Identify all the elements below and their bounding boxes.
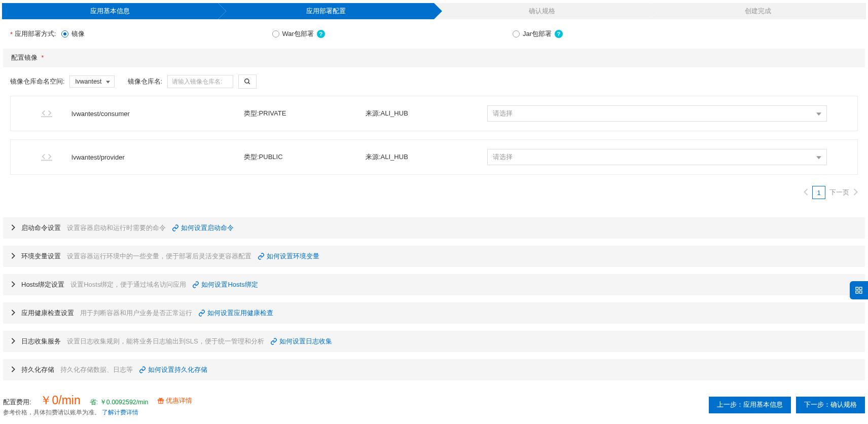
link-icon <box>172 224 179 232</box>
footer: 配置费用: ￥0/min 省: ￥0.0092592/min 优惠详情 参考价格… <box>0 388 868 422</box>
save-info: 省: ￥0.0092592/min <box>90 398 149 407</box>
code-icon <box>41 152 71 163</box>
svg-line-1 <box>248 83 250 84</box>
radio-image[interactable]: 镜像 <box>61 29 85 38</box>
floating-apps-button[interactable] <box>850 281 868 299</box>
gift-icon <box>157 397 164 404</box>
health-check-setting[interactable]: 应用健康检查设置 用于判断容器和用户业务是否正常运行 如何设置应用健康检查 <box>3 302 865 324</box>
repo-search-input[interactable] <box>167 75 233 88</box>
setting-desc: 用于判断容器和用户业务是否正常运行 <box>80 309 192 318</box>
log-collection-setting[interactable]: 日志收集服务 设置日志收集规则，能将业务日志输出到SLS，便于统一管理和分析 如… <box>3 331 865 352</box>
required-marker: * <box>10 30 13 38</box>
setting-title: 应用健康检查设置 <box>21 309 74 318</box>
image-section-title: 配置镜像 <box>11 54 38 61</box>
image-filter-row: 镜像仓库命名空间: lvwantest 镜像仓库名: <box>0 67 868 96</box>
chevron-right-icon <box>11 253 15 260</box>
image-row: lvwantest/consumer 类型:PRIVATE 来源:ALI_HUB… <box>10 96 858 131</box>
step-2[interactable]: 应用部署配置 <box>218 3 434 19</box>
chevron-right-icon <box>11 338 15 345</box>
pagination: 1 下一页 <box>0 186 868 209</box>
setting-title: 日志收集服务 <box>21 337 61 346</box>
search-button[interactable] <box>238 74 257 89</box>
image-version-select[interactable]: 请选择 <box>487 149 827 165</box>
cost-value: ￥0/min <box>40 393 80 408</box>
pricing-note: 参考价格，具体扣费请以账单为准。 了解计费详情 <box>3 408 192 417</box>
namespace-select[interactable]: lvwantest <box>69 75 114 88</box>
svg-rect-9 <box>856 291 858 293</box>
persistent-storage-setting[interactable]: 持久化存储 持久化存储数据、日志等 如何设置持久化存储 <box>3 359 865 380</box>
link-icon <box>192 281 199 288</box>
prev-step-button[interactable]: 上一步：应用基本信息 <box>709 397 791 413</box>
chevron-right-icon <box>11 281 15 289</box>
repo-label: 镜像仓库名: <box>128 78 162 86</box>
setting-desc: 设置容器启动和运行时需要的命令 <box>67 223 166 233</box>
setting-help-link[interactable]: 如何设置Hosts绑定 <box>192 280 258 289</box>
image-row: lvwantest/provider 类型:PUBLIC 来源:ALI_HUB … <box>10 139 858 175</box>
svg-point-0 <box>245 79 249 83</box>
radio-jar[interactable]: Jar包部署 ? <box>513 29 563 38</box>
radio-label: Jar包部署 <box>523 29 552 38</box>
next-page[interactable] <box>853 188 858 197</box>
setting-title: 持久化存储 <box>21 365 54 374</box>
svg-rect-10 <box>859 291 862 293</box>
image-section-header: 配置镜像 * <box>3 49 865 67</box>
namespace-value: lvwantest <box>75 78 101 85</box>
page-1[interactable]: 1 <box>812 186 825 199</box>
link-icon <box>258 253 265 260</box>
cost-label: 配置费用: <box>3 398 31 407</box>
setting-help-link[interactable]: 如何设置日志收集 <box>270 337 332 346</box>
radio-war[interactable]: War包部署 ? <box>272 29 325 38</box>
chevron-right-icon <box>11 224 15 232</box>
radio-icon <box>272 30 279 37</box>
promo-link[interactable]: 优惠详情 <box>157 397 192 405</box>
setting-help-link[interactable]: 如何设置启动命令 <box>172 223 234 233</box>
setting-title: 环境变量设置 <box>21 252 61 261</box>
next-step-button[interactable]: 下一步：确认规格 <box>796 397 865 413</box>
advanced-settings: 启动命令设置 设置容器启动和运行时需要的命令 如何设置启动命令 环境变量设置 设… <box>3 217 865 380</box>
help-icon[interactable]: ? <box>317 30 325 38</box>
chevron-right-icon <box>11 366 15 374</box>
radio-label: War包部署 <box>282 29 314 38</box>
svg-rect-7 <box>856 287 858 290</box>
step-3: 确认规格 <box>434 3 650 19</box>
hosts-binding-setting[interactable]: Hosts绑定设置 设置Hosts绑定，便于通过域名访问应用 如何设置Hosts… <box>3 274 865 295</box>
setting-help-link[interactable]: 如何设置环境变量 <box>258 252 319 261</box>
image-version-select[interactable]: 请选择 <box>487 105 827 122</box>
image-source: 来源:ALI_HUB <box>366 152 487 162</box>
next-page-label[interactable]: 下一页 <box>829 188 849 197</box>
image-type: 类型:PUBLIC <box>244 152 366 162</box>
pricing-detail-link[interactable]: 了解计费详情 <box>102 409 138 416</box>
wizard-steps: 应用基本信息 应用部署配置 确认规格 创建完成 <box>2 3 866 19</box>
svg-rect-8 <box>859 287 862 290</box>
setting-help-link[interactable]: 如何设置应用健康检查 <box>198 309 273 318</box>
link-icon <box>198 310 205 317</box>
step-1[interactable]: 应用基本信息 <box>2 3 218 19</box>
deploy-method-row: * 应用部署方式: 镜像 War包部署 ? Jar包部署 ? <box>0 29 868 38</box>
image-type: 类型:PRIVATE <box>244 109 366 118</box>
image-name: lvwantest/consumer <box>71 110 244 118</box>
setting-title: Hosts绑定设置 <box>21 280 64 289</box>
help-icon[interactable]: ? <box>555 30 563 38</box>
setting-help-link[interactable]: 如何设置持久化存储 <box>139 365 207 374</box>
deploy-label: 应用部署方式: <box>15 30 56 38</box>
image-source: 来源:ALI_HUB <box>366 109 487 118</box>
link-icon <box>139 366 146 373</box>
grid-icon <box>855 286 863 294</box>
deploy-radio-group: 镜像 War包部署 ? Jar包部署 ? <box>61 29 563 38</box>
step-4: 创建完成 <box>650 3 866 19</box>
code-icon <box>41 108 71 119</box>
radio-icon <box>513 30 520 37</box>
nav-buttons: 上一步：应用基本信息 下一步：确认规格 <box>709 397 865 413</box>
setting-desc: 设置日志收集规则，能将业务日志输出到SLS，便于统一管理和分析 <box>67 337 264 346</box>
pricing-row: 配置费用: ￥0/min 省: ￥0.0092592/min 优惠详情 <box>3 393 192 408</box>
namespace-label: 镜像仓库命名空间: <box>10 78 64 86</box>
chevron-right-icon <box>11 310 15 317</box>
link-icon <box>270 338 277 345</box>
image-name: lvwantest/provider <box>71 153 244 161</box>
radio-label: 镜像 <box>71 29 85 38</box>
search-icon <box>244 78 251 85</box>
startup-command-setting[interactable]: 启动命令设置 设置容器启动和运行时需要的命令 如何设置启动命令 <box>3 217 865 239</box>
env-variable-setting[interactable]: 环境变量设置 设置容器运行环境中的一些变量，便于部署后灵活变更容器配置 如何设置… <box>3 246 865 267</box>
prev-page[interactable] <box>804 188 808 197</box>
setting-desc: 设置Hosts绑定，便于通过域名访问应用 <box>70 280 186 289</box>
